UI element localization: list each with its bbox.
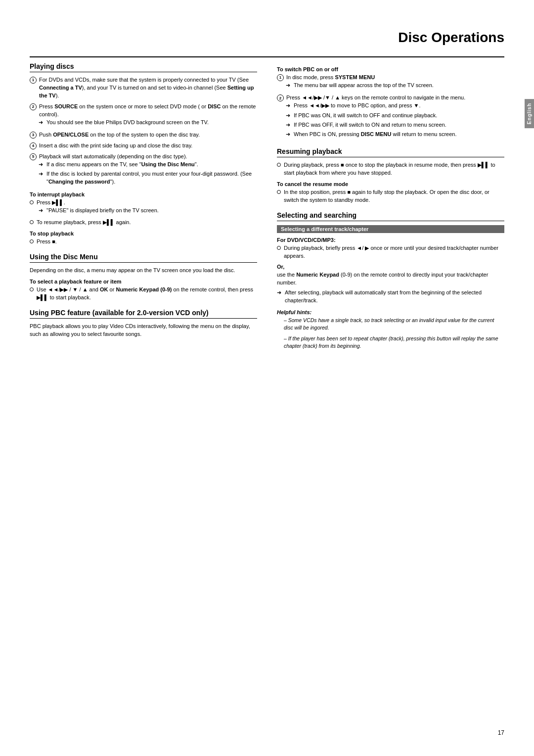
list-item: 1 In disc mode, press SYSTEM MENU ➜ The …	[277, 74, 504, 91]
list-item: 3 Push OPEN/CLOSE on the top of the syst…	[30, 131, 257, 139]
or-label: Or,	[277, 264, 504, 270]
arrow-text: You should see the blue Philips DVD back…	[46, 119, 209, 126]
num-1: 1	[30, 77, 37, 84]
item-5-text: Playback will start automatically (depen…	[39, 153, 187, 161]
select-list: Use ◄◄/▶▶ / ▼ / ▲ and OK or Numeric Keyp…	[30, 286, 257, 302]
or-text: use the Numeric Keypad (0-9) on the remo…	[277, 271, 504, 287]
arrow-sym: ➜	[39, 207, 44, 214]
arrow-item: ➜ Press ◄◄/▶▶ to move to PBC option, and…	[286, 102, 421, 109]
hint-1: – Some VCDs have a single track, so trac…	[284, 317, 504, 331]
switch-pbc-section: To switch PBC on or off 1 In disc mode, …	[277, 66, 504, 141]
select-label: To select a playback feature or item	[30, 279, 257, 284]
hints-label: Helpful hints:	[277, 309, 504, 315]
section-playing-discs: Playing discs	[30, 62, 257, 72]
bullet-dot	[277, 246, 281, 250]
list-item: During playback, press ■ once to stop th…	[277, 161, 504, 177]
arrow-sym: ➜	[286, 102, 292, 109]
or-arrow: ➜ After selecting, playback will automat…	[277, 289, 504, 304]
arrow-item: ➜ When PBC is ON, pressing DISC MENU wil…	[286, 131, 457, 138]
list-item: During playback, briefly press ◄/ ▶ once…	[277, 244, 504, 260]
item-2-text: Press SOURCE on the system once or more …	[39, 103, 257, 119]
resuming-list: During playback, press ■ once to stop th…	[277, 161, 504, 177]
arrow-sym: ➜	[277, 289, 283, 296]
list-item: In the stop position, press ■ again to f…	[277, 189, 504, 204]
switch-pbc-list: 1 In disc mode, press SYSTEM MENU ➜ The …	[277, 74, 504, 141]
hint-2: – If the player has been set to repeat c…	[284, 335, 504, 350]
bullet-dot	[30, 239, 34, 243]
cancel-item-1: In the stop position, press ■ again to f…	[284, 189, 504, 204]
arrow-text: The menu bar will appear across the top …	[294, 82, 434, 89]
arrow-text: If PBC was ON, it will switch to OFF and…	[294, 112, 437, 119]
dvd-list: During playback, briefly press ◄/ ▶ once…	[277, 244, 504, 260]
right-column: To switch PBC on or off 1 In disc mode, …	[277, 57, 504, 350]
left-column: Playing discs 1 For DVDs and VCDs, make …	[30, 57, 257, 350]
arrow-sym: ➜	[39, 119, 44, 126]
dvd-label: For DVD/VCD/CD/MP3:	[277, 237, 504, 243]
stop-item-1: Press ■.	[37, 238, 57, 246]
num-4: 4	[30, 142, 37, 149]
item-3-text: Push OPEN/CLOSE on the top of the system…	[39, 131, 200, 139]
arrow-text: Press ◄◄/▶▶ to move to PBC option, and p…	[294, 102, 421, 109]
arrow-text: "PAUSE" is displayed briefly on the TV s…	[46, 207, 159, 214]
or-arrow-text: After selecting, playback will automatic…	[285, 289, 504, 304]
pbc-item-1: In disc mode, press SYSTEM MENU	[286, 74, 375, 82]
bullet-dot	[277, 163, 281, 167]
list-item: 4 Insert a disc with the print side faci…	[30, 142, 257, 150]
section-resuming: Resuming playback	[277, 147, 504, 157]
pbc-item-2: Press ◄◄/▶▶ /▼ / ▲ keys on the remote co…	[286, 94, 465, 102]
disc-menu-intro: Depending on the disc, a menu may appear…	[30, 267, 257, 275]
arrow-item: ➜ If PBC was OFF, it will switch to ON a…	[286, 121, 446, 129]
two-column-layout: Playing discs 1 For DVDs and VCDs, make …	[30, 57, 504, 350]
language-tab: English	[525, 99, 534, 128]
list-item: 5 Playback will start automatically (dep…	[30, 153, 257, 188]
resuming-item-1: During playback, press ■ once to stop th…	[284, 161, 504, 177]
arrow-sym: ➜	[286, 112, 292, 119]
cancel-resume-label: To cancel the resume mode	[277, 181, 504, 187]
arrow-item: ➜ You should see the blue Philips DVD ba…	[39, 119, 209, 126]
item-1-text: For DVDs and VCDs, make sure that the sy…	[39, 76, 257, 100]
stop-list: Press ■.	[30, 238, 257, 246]
arrow-text: If a disc menu appears on the TV, see "U…	[46, 161, 198, 168]
page: English Disc Operations Playing discs 1 …	[0, 0, 534, 756]
page-number: 17	[498, 729, 504, 736]
list-item: Press ▶▌▌. ➜ "PAUSE" is displayed briefl…	[30, 199, 257, 216]
arrow-text: When PBC is ON, pressing DISC MENU will …	[294, 131, 457, 138]
arrow-item: ➜ "PAUSE" is displayed briefly on the TV…	[39, 207, 159, 214]
arrow-text: If the disc is locked by parental contro…	[46, 170, 257, 186]
list-item: 2 Press SOURCE on the system once or mor…	[30, 103, 257, 128]
num-5: 5	[30, 153, 37, 160]
num-2: 2	[277, 94, 284, 101]
interrupt-label: To interrupt playback	[30, 191, 257, 197]
playing-discs-list: 1 For DVDs and VCDs, make sure that the …	[30, 76, 257, 188]
arrow-sym: ➜	[39, 170, 44, 178]
item-4-text: Insert a disc with the print side facing…	[39, 142, 192, 150]
highlight-bar: Selecting a different track/chapter	[277, 225, 504, 233]
select-item-1: Use ◄◄/▶▶ / ▼ / ▲ and OK or Numeric Keyp…	[37, 286, 257, 302]
bullet-dot	[30, 200, 34, 204]
cancel-list: In the stop position, press ■ again to f…	[277, 189, 504, 204]
stop-section: To stop playback Press ■.	[30, 231, 257, 246]
dvd-item-1: During playback, briefly press ◄/ ▶ once…	[284, 244, 504, 260]
num-2: 2	[30, 103, 37, 110]
list-item: To resume playback, press ▶▌▌ again.	[30, 219, 257, 227]
interrupt-item-2: To resume playback, press ▶▌▌ again.	[37, 219, 131, 227]
bullet-dot	[30, 287, 34, 291]
pbc-intro: PBC playback allows you to play Video CD…	[30, 323, 257, 338]
switch-pbc-label: To switch PBC on or off	[277, 66, 504, 72]
list-item: 2 Press ◄◄/▶▶ /▼ / ▲ keys on the remote …	[277, 94, 504, 141]
arrow-sym: ➜	[39, 161, 44, 168]
stop-label: To stop playback	[30, 231, 257, 236]
list-item: Use ◄◄/▶▶ / ▼ / ▲ and OK or Numeric Keyp…	[30, 286, 257, 302]
section-pbc: Using PBC feature (available for 2.0-ver…	[30, 309, 257, 319]
list-item: 1 For DVDs and VCDs, make sure that the …	[30, 76, 257, 100]
arrow-item: ➜ If the disc is locked by parental cont…	[39, 170, 257, 186]
interrupt-section: To interrupt playback Press ▶▌▌. ➜ "PAUS…	[30, 191, 257, 227]
interrupt-item-1: Press ▶▌▌.	[37, 199, 65, 207]
bullet-dot	[277, 190, 281, 194]
num-3: 3	[30, 132, 37, 139]
arrow-sym: ➜	[286, 121, 292, 129]
section-disc-menu: Using the Disc Menu	[30, 253, 257, 263]
arrow-item: ➜ The menu bar will appear across the to…	[286, 82, 434, 89]
num-1: 1	[277, 74, 284, 81]
section-selecting: Selecting and searching	[277, 211, 504, 221]
